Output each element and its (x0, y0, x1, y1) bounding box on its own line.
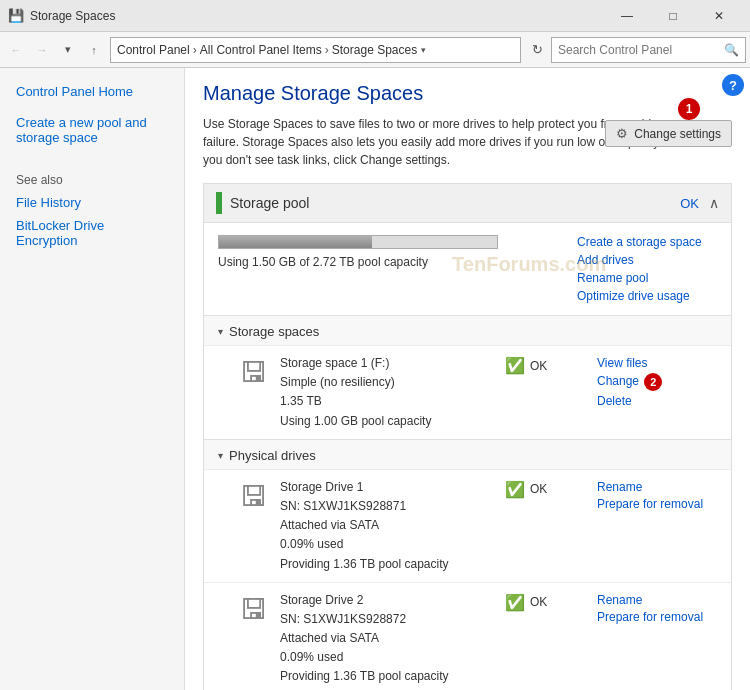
pool-chevron-icon[interactable]: ∧ (709, 195, 719, 211)
physical-drives-label: Physical drives (229, 448, 316, 463)
page-title: Manage Storage Spaces (203, 82, 732, 105)
pool-panel: Storage pool OK ∧ Using 1.50 GB of 2.72 … (203, 183, 732, 690)
drive-icon: 🖫 (240, 356, 268, 389)
space-status-label: OK (530, 359, 547, 373)
optimize-drive-link[interactable]: Optimize drive usage (577, 289, 717, 303)
drive1-actions: Rename Prepare for removal (597, 480, 717, 511)
drive1-used: 0.09% used (280, 535, 493, 554)
file-history-link[interactable]: File History (0, 191, 184, 214)
drive1-prepare-link[interactable]: Prepare for removal (597, 497, 717, 511)
physical-drive-2: 🖫 Storage Drive 2 SN: S1XWJ1KS928872 Att… (204, 582, 731, 690)
see-also-label: See also (0, 169, 184, 191)
spaces-chevron-icon: ▾ (218, 326, 223, 337)
title-bar-text: Storage Spaces (30, 9, 604, 23)
change-settings-label: Change settings (634, 127, 721, 141)
space-pool-usage: Using 1.00 GB pool capacity (280, 412, 493, 431)
pool-actions: Create a storage space Add drives Rename… (577, 235, 717, 303)
drive1-providing: Providing 1.36 TB pool capacity (280, 555, 493, 574)
pool-status-label: OK (680, 196, 699, 211)
pool-usage-text: Using 1.50 GB of 2.72 TB pool capacity (218, 255, 557, 269)
storage-space-item: 🖫 Storage space 1 (F:) Simple (no resili… (204, 345, 731, 439)
drive1-status-label: OK (530, 482, 547, 496)
address-bar: ← → ▾ ↑ Control Panel › All Control Pane… (0, 32, 750, 68)
drive2-icon: 🖫 (240, 593, 268, 626)
control-panel-home-link[interactable]: Control Panel Home (0, 80, 184, 103)
drive1-name: Storage Drive 1 (280, 478, 493, 497)
drive1-info: Storage Drive 1 SN: S1XWJ1KS928871 Attac… (280, 478, 493, 574)
path-storage-spaces[interactable]: Storage Spaces (332, 43, 417, 57)
sidebar: Control Panel Home Create a new pool and… (0, 68, 185, 690)
drive2-info: Storage Drive 2 SN: S1XWJ1KS928872 Attac… (280, 591, 493, 687)
drive1-icon: 🖫 (240, 480, 268, 513)
rename-pool-link[interactable]: Rename pool (577, 271, 717, 285)
view-files-link[interactable]: View files (597, 356, 717, 370)
drive1-status: ✅ OK (505, 480, 585, 499)
storage-spaces-section-header[interactable]: ▾ Storage spaces (204, 315, 731, 345)
space-info: Storage space 1 (F:) Simple (no resilien… (280, 354, 493, 431)
drive1-ok-icon: ✅ (505, 480, 525, 499)
drive2-rename-link[interactable]: Rename (597, 593, 717, 607)
drive2-status-label: OK (530, 595, 547, 609)
pool-status-bar (216, 192, 222, 214)
drive2-status: ✅ OK (505, 593, 585, 612)
drive2-name: Storage Drive 2 (280, 591, 493, 610)
badge-2: 2 (644, 373, 662, 391)
badge-1: 1 (678, 98, 700, 120)
storage-spaces-label: Storage spaces (229, 324, 319, 339)
minimize-button[interactable]: — (604, 0, 650, 32)
pool-body: Using 1.50 GB of 2.72 TB pool capacity C… (204, 223, 731, 315)
title-bar: 💾 Storage Spaces — □ ✕ (0, 0, 750, 32)
bitlocker-link[interactable]: BitLocker Drive Encryption (0, 214, 184, 252)
app-icon: 💾 (8, 8, 24, 24)
recent-pages-button[interactable]: ▾ (56, 38, 80, 62)
drive2-attached: Attached via SATA (280, 629, 493, 648)
path-control-panel[interactable]: Control Panel (117, 43, 190, 57)
see-also-section: See also File History BitLocker Drive En… (0, 169, 184, 252)
path-all-items[interactable]: All Control Panel Items (200, 43, 322, 57)
drive1-rename-link[interactable]: Rename (597, 480, 717, 494)
change-label: Change (597, 374, 639, 388)
change-settings-button[interactable]: ⚙ Change settings (605, 120, 732, 147)
drive2-ok-icon: ✅ (505, 593, 525, 612)
up-button[interactable]: ↑ (82, 38, 106, 62)
drive1-attached: Attached via SATA (280, 516, 493, 535)
space-ok-icon: ✅ (505, 356, 525, 375)
space-name: Storage space 1 (F:) (280, 354, 493, 373)
forward-button[interactable]: → (30, 38, 54, 62)
drive1-sn: SN: S1XWJ1KS928871 (280, 497, 493, 516)
create-storage-space-link[interactable]: Create a storage space (577, 235, 717, 249)
maximize-button[interactable]: □ (650, 0, 696, 32)
drive2-used: 0.09% used (280, 648, 493, 667)
pool-progress-bar (218, 235, 498, 249)
main-layout: Control Panel Home Create a new pool and… (0, 68, 750, 690)
search-input[interactable] (558, 43, 724, 57)
drive2-providing: Providing 1.36 TB pool capacity (280, 667, 493, 686)
create-pool-label: Create a new pool and storage space (16, 115, 147, 145)
search-button[interactable]: 🔍 (724, 43, 739, 57)
physical-drives-section-header[interactable]: ▾ Physical drives (204, 439, 731, 469)
change-link[interactable]: Change 2 (597, 373, 717, 391)
pool-title: Storage pool (230, 195, 309, 211)
drives-chevron-icon: ▾ (218, 450, 223, 461)
help-button[interactable]: ? (722, 74, 744, 96)
space-size: 1.35 TB (280, 392, 493, 411)
physical-drive-1: 🖫 Storage Drive 1 SN: S1XWJ1KS928871 Att… (204, 469, 731, 582)
space-status: ✅ OK (505, 356, 585, 375)
pool-progress-fill (219, 236, 372, 248)
close-button[interactable]: ✕ (696, 0, 742, 32)
content-area: TenForums.com ? 1 Manage Storage Spaces … (185, 68, 750, 690)
add-drives-link[interactable]: Add drives (577, 253, 717, 267)
refresh-button[interactable]: ↻ (525, 38, 549, 62)
create-pool-link[interactable]: Create a new pool and storage space (0, 111, 184, 149)
back-button[interactable]: ← (4, 38, 28, 62)
drive2-actions: Rename Prepare for removal (597, 593, 717, 624)
space-actions: View files Change 2 Delete (597, 356, 717, 408)
settings-icon: ⚙ (616, 126, 628, 141)
address-path: Control Panel › All Control Panel Items … (110, 37, 521, 63)
search-box: 🔍 (551, 37, 746, 63)
delete-link[interactable]: Delete (597, 394, 717, 408)
space-type: Simple (no resiliency) (280, 373, 493, 392)
pool-left: Using 1.50 GB of 2.72 TB pool capacity (218, 235, 557, 303)
drive2-prepare-link[interactable]: Prepare for removal (597, 610, 717, 624)
window-controls: — □ ✕ (604, 0, 742, 32)
